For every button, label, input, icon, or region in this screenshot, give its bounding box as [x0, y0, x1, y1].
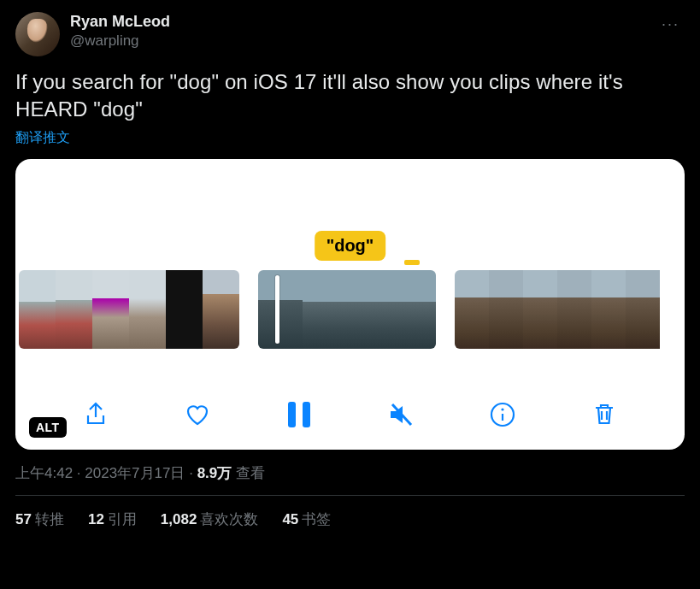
- speaker-muted-icon[interactable]: [386, 400, 415, 429]
- tweet-header: Ryan McLeod @warpling ···: [15, 12, 685, 56]
- translate-link[interactable]: 翻译推文: [15, 129, 70, 147]
- tweet-body-text: If you search for "dog" on iOS 17 it'll …: [15, 68, 685, 124]
- media-toolbar: [15, 400, 685, 429]
- trash-icon[interactable]: [590, 400, 619, 429]
- video-frame: [129, 270, 166, 349]
- video-scrubber-strip[interactable]: [15, 270, 685, 349]
- quotes-stat[interactable]: 12引用: [88, 509, 137, 529]
- video-frame: [166, 270, 203, 349]
- video-frame: [19, 270, 56, 349]
- share-icon[interactable]: [81, 400, 110, 429]
- alt-badge[interactable]: ALT: [29, 417, 67, 438]
- retweets-stat[interactable]: 57转推: [15, 509, 64, 529]
- video-frame: [591, 270, 626, 349]
- clip-thumbnail-group-active[interactable]: [258, 270, 436, 349]
- media-card[interactable]: "dog": [15, 159, 685, 450]
- video-frame: [347, 270, 391, 349]
- video-frame: [203, 270, 239, 349]
- playhead-marker: [404, 260, 420, 265]
- heart-icon[interactable]: [183, 400, 212, 429]
- video-frame: [258, 270, 303, 349]
- video-frame: [557, 270, 591, 349]
- video-frame: [626, 270, 660, 349]
- clip-thumbnail-group[interactable]: [455, 270, 677, 349]
- video-frame: [303, 270, 347, 349]
- video-frame: [523, 270, 557, 349]
- more-menu-button[interactable]: ···: [656, 12, 685, 37]
- tweet-meta-line: 上午4:42 · 2023年7月17日 · 8.9万 查看: [15, 463, 685, 496]
- author-names[interactable]: Ryan McLeod @warpling: [70, 12, 656, 50]
- pause-icon[interactable]: [285, 400, 314, 429]
- tweet-time[interactable]: 上午4:42: [15, 465, 73, 481]
- video-frame: [56, 270, 92, 349]
- info-icon[interactable]: [488, 400, 517, 429]
- video-frame: [391, 270, 436, 349]
- video-frame: [489, 270, 523, 349]
- bookmarks-stat[interactable]: 45书签: [282, 509, 331, 529]
- caption-bubble: "dog": [315, 231, 386, 261]
- author-display-name: Ryan McLeod: [70, 12, 656, 32]
- tweet-container: Ryan McLeod @warpling ··· If you search …: [0, 0, 700, 529]
- video-frame: [92, 270, 129, 349]
- likes-stat[interactable]: 1,082喜欢次数: [161, 509, 259, 529]
- author-handle: @warpling: [70, 32, 656, 50]
- clip-thumbnail-group[interactable]: [19, 270, 239, 349]
- views-count: 8.9万: [197, 465, 232, 481]
- tweet-date[interactable]: 2023年7月17日: [85, 465, 185, 481]
- tweet-stats-row: 57转推 12引用 1,082喜欢次数 45书签: [15, 496, 685, 529]
- avatar[interactable]: [15, 12, 60, 56]
- views-label: 查看: [232, 465, 265, 481]
- svg-point-1: [502, 408, 504, 410]
- video-frame: [455, 270, 489, 349]
